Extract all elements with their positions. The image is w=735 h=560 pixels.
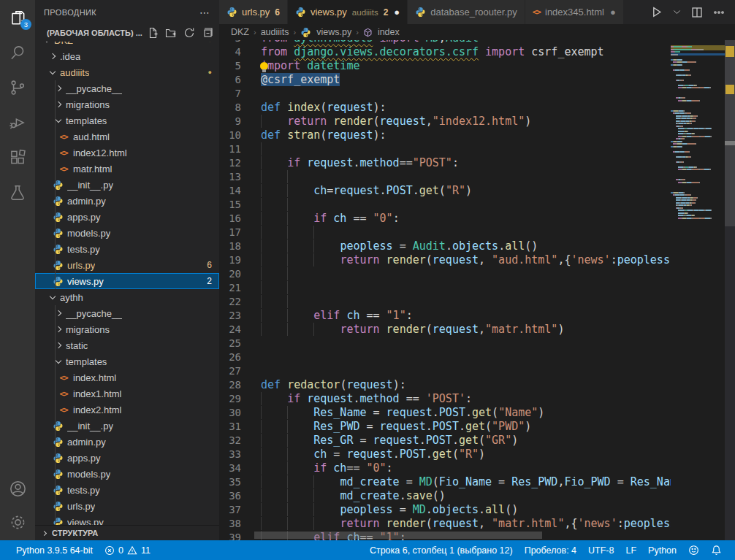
code-line-23[interactable]: 23 elif ch == "1":: [219, 309, 735, 323]
sidebar-more-icon[interactable]: ⋯: [199, 7, 210, 18]
workspace-section-label[interactable]: (РАБОЧАЯ ОБЛАСТЬ) ...: [47, 28, 142, 37]
tree-item-tests.py[interactable]: tests.py: [35, 241, 219, 257]
account-icon[interactable]: [0, 472, 35, 505]
tree-item-apps.py[interactable]: apps.py: [35, 450, 219, 466]
breadcrumb-item-audiiits[interactable]: audiiits: [261, 27, 289, 37]
tab-index345.html[interactable]: <>index345.html●: [525, 0, 624, 24]
code-line-21[interactable]: 21: [219, 281, 735, 295]
tree-item-.idea[interactable]: .idea: [35, 48, 219, 64]
breadcrumb-item-index[interactable]: index: [378, 27, 400, 37]
settings-gear-icon[interactable]: [0, 505, 35, 539]
tab-urls.py[interactable]: urls.py6: [219, 0, 288, 24]
code-line-37[interactable]: 37 peopless = MD.objects.all(): [219, 503, 735, 517]
tree-item-templates[interactable]: templates: [35, 353, 219, 369]
code-line-18[interactable]: 18 peopless = Audit.objects.all(): [219, 239, 735, 253]
python-interpreter[interactable]: Python 3.9.5 64-bit: [10, 540, 99, 560]
tree-item-index.html[interactable]: <>index.html: [35, 369, 219, 386]
notifications-bell-icon[interactable]: [705, 545, 728, 556]
tree-item-views.py[interactable]: views.py: [35, 514, 219, 525]
code-line-11[interactable]: 11: [219, 142, 735, 156]
tree-item-__init__.py[interactable]: __init__.py: [35, 177, 219, 193]
tree-item-__pycache__[interactable]: __pycache__: [35, 305, 219, 321]
feedback-icon[interactable]: [682, 545, 705, 556]
tree-item-matr.html[interactable]: <>matr.html: [35, 161, 219, 177]
code-line-3[interactable]: 3from aythh.models import MD,Audit: [219, 40, 735, 45]
code-line-35[interactable]: 35 md_create = MD(Fio_Name = Res_PWD,Fio…: [219, 475, 735, 489]
outline-section[interactable]: СТРУКТУРА: [35, 525, 219, 540]
minimap[interactable]: [671, 40, 725, 540]
indentation[interactable]: Пробелов: 4: [519, 545, 582, 556]
code-line-30[interactable]: 30 Res_Name = request.POST.get("Name"): [219, 406, 735, 420]
code-line-16[interactable]: 16 if ch == "0":: [219, 212, 735, 226]
tree-item-migrations[interactable]: migrations: [35, 96, 219, 112]
code-line-10[interactable]: 10def stran(request):: [219, 129, 735, 142]
code-line-15[interactable]: 15: [219, 198, 735, 212]
testing-icon[interactable]: [0, 175, 35, 210]
extensions-icon[interactable]: [0, 140, 35, 175]
code-line-19[interactable]: 19 return render(request, "aud.html",{'n…: [219, 253, 735, 267]
code-line-7[interactable]: 7: [219, 87, 735, 101]
tree-item-index2.html[interactable]: <>index2.html: [35, 402, 219, 418]
code-line-33[interactable]: 33 ch = request.POST.get("R"): [219, 448, 735, 461]
code-line-5[interactable]: 5import datetime: [219, 59, 735, 73]
collapse-all-icon[interactable]: [202, 27, 213, 39]
code-line-36[interactable]: 36 md_create.save(): [219, 489, 735, 503]
code-line-6[interactable]: 6@csrf_exempt: [219, 73, 735, 87]
tree-item-migrations[interactable]: migrations: [35, 321, 219, 337]
encoding[interactable]: UTF-8: [582, 545, 620, 556]
code-editor[interactable]: 3from aythh.models import MD,Audit4from …: [219, 40, 735, 540]
tree-item-aythh[interactable]: aythh: [35, 289, 219, 305]
code-line-24[interactable]: 24 return render(request,"matr.html"): [219, 323, 735, 337]
eol-sequence[interactable]: LF: [620, 545, 642, 556]
breadcrumb[interactable]: DKZ›audiiits›views.py›index: [219, 24, 735, 40]
run-button[interactable]: [650, 6, 663, 18]
tree-item-static[interactable]: static: [35, 337, 219, 353]
run-dropdown-chevron-icon[interactable]: [673, 8, 681, 16]
code-line-29[interactable]: 29 if request.method == 'POST':: [219, 392, 735, 406]
tree-item-urls.py[interactable]: urls.py: [35, 498, 219, 514]
code-line-12[interactable]: 12 if request.method=="POST":: [219, 156, 735, 170]
editor-more-actions-icon[interactable]: [713, 7, 725, 18]
code-line-13[interactable]: 13: [219, 170, 735, 184]
overview-ruler[interactable]: [725, 40, 735, 540]
problems-indicator[interactable]: 0 11: [99, 540, 156, 560]
breadcrumb-item-DKZ[interactable]: DKZ: [231, 27, 249, 37]
tab-database_roouter.py[interactable]: database_roouter.py: [408, 0, 525, 24]
lightbulb-icon[interactable]: [260, 62, 268, 70]
scrollbar-slider[interactable]: [725, 40, 735, 226]
code-line-20[interactable]: 20: [219, 267, 735, 281]
code-line-17[interactable]: 17: [219, 226, 735, 239]
tree-item-DKZ[interactable]: DKZ●: [35, 42, 219, 48]
split-editor-icon[interactable]: [691, 7, 703, 18]
tree-item-index1.html[interactable]: <>index1.html: [35, 386, 219, 402]
cursor-position[interactable]: Строка 6, столбец 1 (выбрано 12): [364, 545, 519, 556]
refresh-icon[interactable]: [183, 27, 195, 39]
horizontal-scrollbar[interactable]: [254, 532, 542, 539]
tree-item-tests.py[interactable]: tests.py: [35, 482, 219, 498]
code-line-14[interactable]: 14 ch=request.POST.get("R"): [219, 184, 735, 198]
tree-item-index12.html[interactable]: <>index12.html: [35, 145, 219, 161]
code-line-9[interactable]: 9 return render(request,"index12.html"): [219, 115, 735, 129]
tree-item-models.py[interactable]: models.py: [35, 466, 219, 482]
code-line-8[interactable]: 8def index(request):: [219, 101, 735, 115]
code-line-31[interactable]: 31 Res_PWD = request.POST.get("PWD"): [219, 420, 735, 434]
explorer-icon[interactable]: 3: [0, 0, 35, 35]
tree-item-__init__.py[interactable]: __init__.py: [35, 418, 219, 434]
tree-item-admin.py[interactable]: admin.py: [35, 193, 219, 209]
tab-views.py[interactable]: views.pyaudiiits2●: [288, 0, 408, 24]
code-line-26[interactable]: 26: [219, 350, 735, 364]
run-debug-icon[interactable]: [0, 105, 35, 140]
new-file-icon[interactable]: [147, 27, 159, 39]
tree-item-templates[interactable]: templates: [35, 112, 219, 129]
code-line-28[interactable]: 28def redactor(request):: [219, 378, 735, 392]
code-line-32[interactable]: 32 Res_GR = request.POST.get("GR"): [219, 434, 735, 448]
tree-item-audiiits[interactable]: audiiits●: [35, 64, 219, 80]
code-line-38[interactable]: 38 return render(request, "matr.html",{'…: [219, 517, 735, 531]
tree-item-apps.py[interactable]: apps.py: [35, 209, 219, 225]
code-line-22[interactable]: 22: [219, 295, 735, 309]
tree-item-__pycache__[interactable]: __pycache__: [35, 80, 219, 96]
tree-item-views.py[interactable]: views.py2: [35, 273, 219, 289]
tree-item-admin.py[interactable]: admin.py: [35, 434, 219, 450]
tree-item-urls.py[interactable]: urls.py6: [35, 257, 219, 273]
search-icon[interactable]: [0, 35, 35, 70]
